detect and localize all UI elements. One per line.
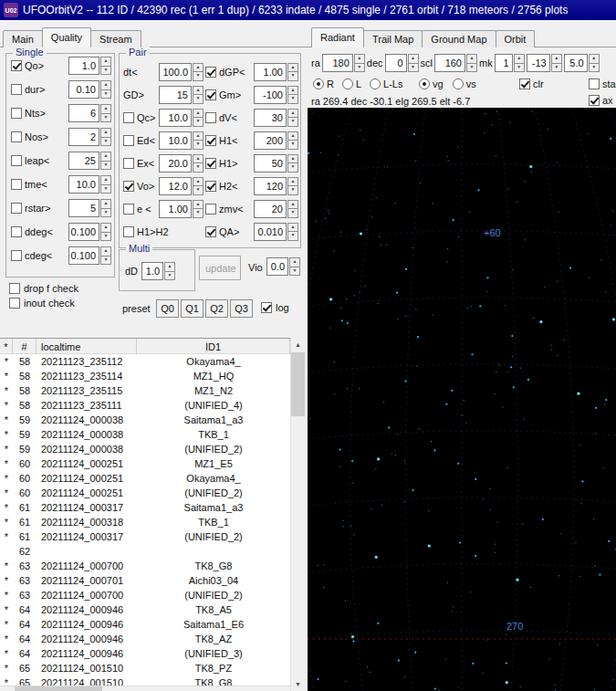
mk-spinner[interactable]: 1▲▼ xyxy=(495,54,525,72)
check-gm[interactable] xyxy=(205,89,216,100)
update-button[interactable]: update xyxy=(199,256,241,280)
check-inoutcheck[interactable] xyxy=(9,298,20,309)
spinner-value[interactable]: 160 xyxy=(434,54,465,72)
dd-spinner[interactable]: 1.0▲▼ xyxy=(141,262,175,280)
table-row[interactable]: *6320211124_000700TK8_G8 xyxy=(0,559,290,573)
spin-down-icon[interactable]: ▼ xyxy=(100,161,111,171)
check-qo[interactable] xyxy=(11,60,22,71)
spinner-value[interactable]: 0.100 xyxy=(68,223,99,241)
check-qc[interactable] xyxy=(123,112,134,123)
spin-down-icon[interactable]: ▼ xyxy=(289,267,300,277)
check-nos[interactable] xyxy=(11,131,22,142)
spinner-value[interactable]: 1.0 xyxy=(68,57,99,75)
spin-down-icon[interactable]: ▼ xyxy=(193,140,204,150)
check-ex[interactable] xyxy=(123,158,134,169)
check-cdeg[interactable] xyxy=(11,250,22,261)
checkbox-sta[interactable] xyxy=(589,79,600,89)
spin-down-icon[interactable]: ▼ xyxy=(287,185,298,195)
log-checkbox[interactable] xyxy=(261,302,272,313)
table-row[interactable]: 62 xyxy=(0,544,290,559)
spinner-value[interactable]: 10.0 xyxy=(159,109,192,127)
scrollbar-thumb[interactable] xyxy=(15,686,102,691)
scrollbar-thumb[interactable] xyxy=(291,352,305,416)
spinner-qo[interactable]: 1.0▲▼ xyxy=(68,57,111,75)
spinner-value[interactable]: 6 xyxy=(68,104,99,122)
spinner-dgp[interactable]: 1.00▲▼ xyxy=(254,63,298,81)
spin-down-icon[interactable]: ▼ xyxy=(287,162,298,173)
tab-quality[interactable]: Quality xyxy=(42,27,91,47)
spin-down-icon[interactable]: ▼ xyxy=(287,94,298,104)
spin-down-icon[interactable]: ▼ xyxy=(193,94,204,104)
table-row[interactable]: *6120211124_000318TKB_1 xyxy=(0,515,290,529)
table-row[interactable]: *6420211124_000946Saitama1_E6 xyxy=(0,617,290,632)
spin-down-icon[interactable]: ▼ xyxy=(514,63,525,73)
scroll-left-icon[interactable]: ◄ xyxy=(0,686,14,691)
table-row[interactable]: *5820211123_235114MZ1_HQ xyxy=(0,369,290,383)
spinner-value[interactable]: 5 xyxy=(68,199,99,217)
table-row[interactable]: *5820211123_235115MZ1_N2 xyxy=(0,383,290,398)
spinner-value[interactable]: 30 xyxy=(254,109,287,127)
check-dv[interactable] xyxy=(205,112,216,123)
spinner-ed[interactable]: 10.0▲▼ xyxy=(159,131,204,150)
tab-main[interactable]: Main xyxy=(3,30,43,47)
spinner-value[interactable]: 20.0 xyxy=(159,154,192,173)
spin-down-icon[interactable]: ▼ xyxy=(100,184,111,194)
spinner-value[interactable]: 1.0 xyxy=(141,262,163,280)
table-row[interactable]: *6020211124_000251MZ1_E5 xyxy=(0,456,290,471)
tab-radiant[interactable]: Radiant xyxy=(311,27,364,47)
table-row[interactable]: *6120211124_000317(UNIFIED_2) xyxy=(0,529,290,544)
dec-spinner[interactable]: 0▲▼ xyxy=(385,54,419,72)
spinner-vo[interactable]: 12.0▲▼ xyxy=(159,177,204,195)
check-dur[interactable] xyxy=(11,84,22,95)
spinner-qa[interactable]: 0.010▲▼ xyxy=(254,223,298,241)
spinner-dur[interactable]: 0.10▲▼ xyxy=(68,80,111,99)
tab-groundmap[interactable]: Ground Map xyxy=(422,30,496,47)
tab-orbit[interactable]: Orbit xyxy=(496,30,536,47)
spinner-dt[interactable]: 100.0▲▼ xyxy=(159,63,204,81)
preset-button-q3[interactable]: Q3 xyxy=(230,299,253,318)
spinner-value[interactable]: 25 xyxy=(68,152,99,170)
scroll-up-icon[interactable]: ▲ xyxy=(291,338,305,351)
table-row[interactable]: *6420211124_000946TK8_AZ xyxy=(0,632,290,646)
spinner-value[interactable]: 120 xyxy=(254,177,287,195)
spin-down-icon[interactable]: ▼ xyxy=(193,185,204,195)
check-h1[interactable] xyxy=(205,135,216,146)
spinner-e[interactable]: 1.00▲▼ xyxy=(159,200,204,218)
spinner-value[interactable]: -100 xyxy=(254,86,287,104)
spinner-value[interactable]: 0.010 xyxy=(254,223,287,241)
radio-r[interactable] xyxy=(313,79,324,89)
column-header-localtime[interactable]: localtime xyxy=(37,339,137,354)
check-h1[interactable] xyxy=(205,158,216,169)
check-leap[interactable] xyxy=(11,155,22,166)
check-h1h2[interactable] xyxy=(123,226,134,237)
table-row[interactable]: *6520211124_001510TK8_PZ xyxy=(0,661,290,675)
spinner-value[interactable]: 1.00 xyxy=(254,63,287,81)
ra-spinner[interactable]: 180▲▼ xyxy=(322,54,365,72)
table-row[interactable]: *6420211124_000946TK8_A5 xyxy=(0,602,290,617)
spinner-value[interactable]: 20 xyxy=(254,200,287,218)
spinner-value[interactable]: 2 xyxy=(68,128,99,146)
radio-l[interactable] xyxy=(342,79,353,89)
table-row[interactable]: *5920211124_000038TKB_1 xyxy=(0,427,290,442)
spinner-h1[interactable]: 50▲▼ xyxy=(254,154,298,173)
spinner-leap[interactable]: 25▲▼ xyxy=(68,152,111,170)
column-header-num[interactable]: # xyxy=(13,339,37,354)
spin-down-icon[interactable]: ▼ xyxy=(100,256,111,266)
radio-vs[interactable] xyxy=(453,79,464,89)
spinner-value[interactable]: 0.10 xyxy=(68,80,99,99)
spin-down-icon[interactable]: ▼ xyxy=(551,63,562,73)
scroll-down-icon[interactable]: ▼ xyxy=(291,677,305,691)
spin-down-icon[interactable]: ▼ xyxy=(100,113,111,123)
spin-down-icon[interactable]: ▼ xyxy=(193,208,204,218)
spinner-value[interactable]: -13 xyxy=(527,54,550,72)
spinner-qc[interactable]: 10.0▲▼ xyxy=(159,109,204,127)
check-qa[interactable] xyxy=(205,226,216,237)
radio-lls[interactable] xyxy=(370,79,381,89)
spinner-value[interactable]: 1 xyxy=(495,54,513,72)
spinner-value[interactable]: 100.0 xyxy=(159,63,192,81)
table-row[interactable]: *5820211123_235112Okayama4_ xyxy=(0,354,290,369)
spinner-nts[interactable]: 6▲▼ xyxy=(68,104,111,122)
spinner-value[interactable]: 10.0 xyxy=(159,131,192,150)
spinner-value[interactable]: 15 xyxy=(159,86,192,104)
spinner-rstar[interactable]: 5▲▼ xyxy=(68,199,111,217)
